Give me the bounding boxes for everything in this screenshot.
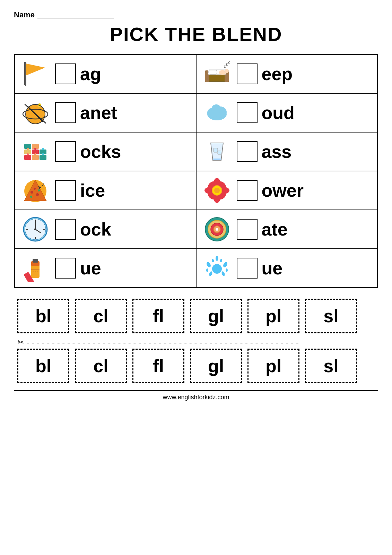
svg-point-36: [42, 148, 44, 150]
svg-point-70: [216, 228, 218, 231]
svg-point-78: [212, 264, 222, 274]
blend-gl-1[interactable]: gl: [190, 299, 242, 333]
answer-box-glass[interactable]: [237, 141, 258, 162]
svg-point-87: [219, 258, 222, 262]
blend-cl-2[interactable]: cl: [75, 349, 127, 383]
blend-sl-2[interactable]: sl: [305, 349, 357, 383]
bed-icon: z z z: [201, 58, 233, 89]
word-oud: oud: [262, 102, 295, 123]
cell-flower-ower: ower: [196, 171, 378, 210]
blend-gl-2[interactable]: gl: [190, 349, 242, 383]
blend-fl-2[interactable]: fl: [132, 349, 184, 383]
glue-icon: [20, 253, 51, 284]
word-ocks: ocks: [80, 141, 121, 162]
word-ock: ock: [80, 219, 111, 240]
blend-fl-1[interactable]: fl: [132, 299, 184, 333]
word-ue-right: ue: [262, 258, 283, 279]
svg-point-81: [216, 256, 218, 261]
pizza-icon: [20, 175, 51, 206]
scissors-icon: ✂ - - - - - - - - - - - - - - - - - - - …: [17, 338, 299, 347]
table-row: ock ate: [15, 210, 378, 249]
flag-icon: [20, 58, 51, 89]
answer-box-clock[interactable]: [55, 219, 76, 240]
cell-planet-anet: anet: [15, 93, 196, 132]
svg-point-85: [226, 268, 228, 272]
answer-box-pizza[interactable]: [55, 180, 76, 201]
answer-box-splash[interactable]: [237, 258, 258, 279]
blends-row-2: bl cl fl gl pl sl: [14, 349, 378, 383]
answer-box-target[interactable]: [237, 219, 258, 240]
svg-point-42: [34, 188, 36, 190]
blend-pl-1[interactable]: pl: [247, 299, 299, 333]
cloud-icon: [201, 97, 233, 128]
svg-point-43: [38, 189, 40, 191]
answer-box-flower[interactable]: [237, 180, 258, 201]
svg-rect-2: [24, 62, 26, 85]
cell-flag-ag: ag: [15, 54, 196, 94]
svg-rect-38: [218, 151, 221, 154]
svg-point-22: [211, 104, 221, 114]
cell-target-ate: ate: [196, 210, 378, 249]
cell-splash-ue-right: ue: [196, 249, 378, 288]
cell-bed-eep: z z z eep: [196, 54, 378, 94]
svg-point-79: [206, 262, 211, 268]
cell-cloud-oud: oud: [196, 93, 378, 132]
svg-point-56: [214, 188, 220, 193]
svg-point-44: [30, 196, 32, 198]
blend-sl-1[interactable]: sl: [305, 299, 357, 333]
svg-marker-1: [26, 63, 45, 76]
svg-rect-37: [214, 148, 218, 152]
blend-pl-2[interactable]: pl: [247, 349, 299, 383]
svg-rect-23: [24, 155, 31, 160]
cell-clock-ock: ock: [15, 210, 196, 249]
blend-bl-2[interactable]: bl: [17, 349, 69, 383]
answer-box-glue-left[interactable]: [55, 258, 76, 279]
svg-point-84: [206, 268, 208, 272]
footer-url: www.englishforkidz.com: [14, 390, 378, 401]
target-icon: [201, 214, 233, 245]
svg-point-80: [222, 262, 228, 268]
clock-icon: [20, 214, 51, 245]
answer-box-cloud[interactable]: [237, 102, 258, 123]
name-label: Name: [14, 10, 35, 19]
cell-glue-ue-left: ue: [15, 249, 196, 288]
blends-section: bl cl fl gl pl sl ✂ - - - - - - - - - - …: [14, 299, 378, 383]
svg-point-9: [225, 69, 229, 73]
name-underline[interactable]: [37, 11, 114, 18]
svg-rect-25: [40, 155, 46, 160]
splash-icon: [201, 253, 233, 284]
word-grid: ag: [14, 54, 378, 288]
answer-box-flag[interactable]: [55, 63, 76, 84]
svg-point-40: [31, 191, 33, 194]
svg-point-83: [221, 271, 225, 276]
word-ower: ower: [262, 180, 304, 201]
answer-box-blocks[interactable]: [55, 141, 76, 162]
table-row: ag: [15, 54, 378, 94]
svg-point-33: [42, 153, 44, 155]
svg-point-41: [36, 193, 39, 196]
blend-bl-1[interactable]: bl: [17, 299, 69, 333]
svg-point-82: [208, 271, 212, 276]
blend-cl-1[interactable]: cl: [75, 299, 127, 333]
svg-rect-7: [209, 70, 217, 74]
table-row: ocks ass: [15, 132, 378, 171]
name-label-line: Name: [14, 10, 378, 19]
word-ue-left: ue: [80, 258, 101, 279]
word-ass: ass: [262, 141, 292, 162]
cell-pizza-ice: ice: [15, 171, 196, 210]
table-row: anet oud: [15, 93, 378, 132]
svg-point-34: [27, 148, 29, 150]
svg-text:z: z: [228, 60, 230, 65]
glass-icon: [201, 136, 233, 167]
svg-point-86: [211, 258, 214, 262]
word-eep: eep: [262, 63, 293, 84]
cell-blocks-ocks: ocks: [15, 132, 196, 171]
blends-row-1: bl cl fl gl pl sl: [14, 299, 378, 333]
word-ag: ag: [80, 63, 101, 84]
flower-icon: [201, 175, 233, 206]
answer-box-planet[interactable]: [55, 102, 76, 123]
svg-rect-71: [31, 265, 40, 278]
svg-point-35: [34, 148, 36, 150]
answer-box-bed[interactable]: [237, 63, 258, 84]
page-title: PICK THE BLEND: [14, 23, 378, 45]
